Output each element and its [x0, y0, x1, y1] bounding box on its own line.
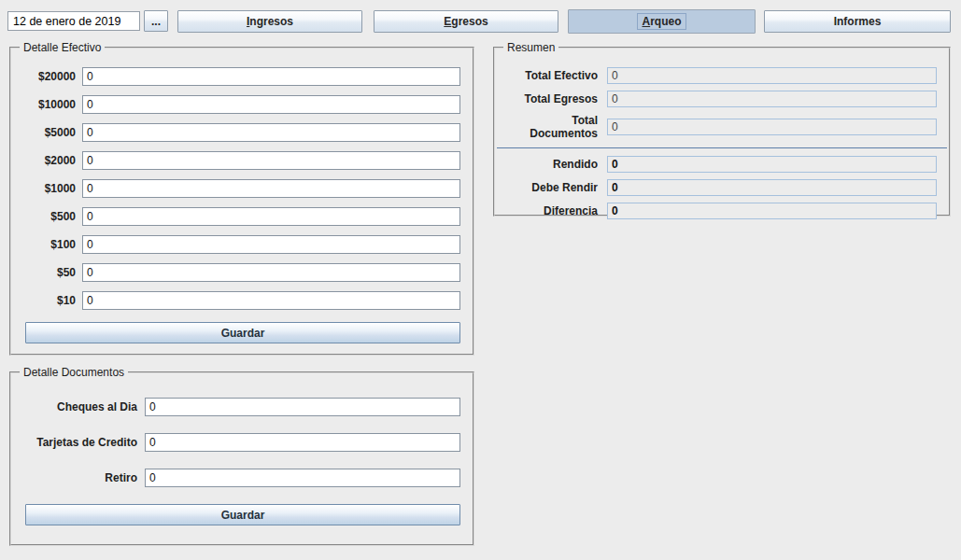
nav-button-ingresos-label: Ingresos — [242, 13, 298, 30]
denomination-input-50[interactable] — [82, 263, 460, 282]
summary-row: Rendido — [507, 156, 937, 173]
summary-separator — [497, 147, 947, 148]
doc-row: Tarjetas de Credito — [23, 433, 460, 452]
retiro-input[interactable] — [145, 469, 460, 487]
total-efectivo-label: Total Efectivo — [507, 69, 598, 82]
cheques-al-dia-input[interactable] — [145, 398, 460, 416]
total-egresos-label: Total Egresos — [507, 92, 598, 105]
rendido-field — [607, 156, 937, 173]
nav-button-informes[interactable]: Informes — [764, 10, 951, 33]
denomination-label-1000: $1000 — [23, 182, 76, 195]
detalle-efectivo-title: Detalle Efectivo — [20, 41, 105, 54]
denomination-input-10000[interactable] — [82, 95, 460, 114]
doc-row: Retiro — [23, 469, 460, 487]
save-documentos-button[interactable]: Guardar — [25, 504, 460, 525]
save-efectivo-button[interactable]: Guardar — [25, 322, 460, 343]
nav-button-egresos[interactable]: Egresos — [374, 10, 558, 33]
tarjetas-de-credito-label: Tarjetas de Credito — [23, 436, 137, 449]
denomination-label-100: $100 — [23, 238, 76, 251]
cash-row: $5000 — [23, 123, 460, 142]
tarjetas-de-credito-input[interactable] — [145, 433, 460, 452]
denomination-label-2000: $2000 — [23, 154, 76, 167]
total-egresos-field — [607, 91, 937, 107]
retiro-label: Retiro — [23, 471, 137, 484]
rendido-label: Rendido — [507, 158, 598, 171]
denomination-label-10: $10 — [23, 294, 76, 307]
summary-row: Total Egresos — [507, 91, 937, 107]
diferencia-label: Diferencia — [507, 204, 598, 217]
cash-row: $20000 — [23, 67, 460, 86]
nav-button-egresos-label: Egresos — [439, 13, 492, 30]
total-documentos-label: Total Documentos — [507, 114, 598, 140]
debe-rendir-label: Debe Rendir — [507, 181, 598, 194]
total-efectivo-field — [607, 67, 937, 84]
denomination-input-1000[interactable] — [82, 179, 460, 198]
denomination-label-500: $500 — [23, 210, 76, 223]
detalle-documentos-group: Detalle Documentos Cheques al Dia Tarjet… — [9, 366, 474, 546]
denomination-label-20000: $20000 — [23, 70, 76, 83]
debe-rendir-field — [607, 179, 937, 196]
cash-row: $1000 — [23, 179, 460, 198]
nav-button-arqueo-selected[interactable]: Arqueo — [568, 9, 756, 34]
denomination-input-10[interactable] — [82, 291, 460, 310]
summary-row: Total Documentos — [507, 114, 937, 140]
denomination-input-2000[interactable] — [82, 151, 460, 170]
nav-button-informes-label: Informes — [829, 13, 886, 30]
total-documentos-field — [607, 119, 937, 135]
cash-row: $100 — [23, 235, 460, 254]
ellipsis-icon: ... — [151, 15, 161, 28]
summary-row: Debe Rendir — [507, 179, 937, 196]
summary-row: Diferencia — [507, 203, 937, 219]
date-input[interactable] — [7, 11, 140, 31]
denomination-label-50: $50 — [23, 266, 76, 279]
doc-row: Cheques al Dia — [23, 398, 460, 416]
cash-row: $500 — [23, 207, 460, 226]
denomination-label-10000: $10000 — [23, 98, 76, 111]
diferencia-field — [607, 203, 937, 219]
denomination-input-500[interactable] — [82, 207, 460, 226]
cash-row: $2000 — [23, 151, 460, 170]
nav-button-arqueo-label: Arqueo — [637, 13, 685, 30]
cheques-al-dia-label: Cheques al Dia — [23, 400, 137, 413]
resumen-group: Resumen Total Efectivo Total Egresos Tot… — [493, 41, 951, 217]
denomination-input-20000[interactable] — [82, 67, 460, 86]
summary-row: Total Efectivo — [507, 67, 937, 84]
denomination-label-5000: $5000 — [23, 126, 76, 139]
denomination-input-100[interactable] — [82, 235, 460, 254]
date-picker-button[interactable]: ... — [144, 10, 168, 32]
cash-row: $10 — [23, 291, 460, 310]
detalle-efectivo-group: Detalle Efectivo $20000 $10000 $5000 $20… — [9, 41, 474, 356]
resumen-title: Resumen — [503, 41, 558, 54]
nav-button-ingresos[interactable]: Ingresos — [177, 10, 362, 33]
cash-row: $50 — [23, 263, 460, 282]
denomination-input-5000[interactable] — [82, 123, 460, 142]
detalle-documentos-title: Detalle Documentos — [20, 366, 128, 379]
cash-row: $10000 — [23, 95, 460, 114]
